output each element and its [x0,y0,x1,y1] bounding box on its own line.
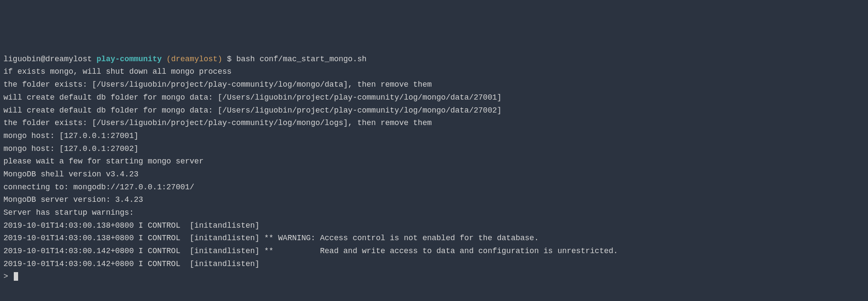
output-line: please wait a few for starting mongo ser… [3,157,203,166]
output-line: mongo host: [127.0.0.1:27001] [3,132,138,140]
output-line: 2019-10-01T14:03:00.142+0800 I CONTROL [… [3,247,618,255]
cursor-icon[interactable] [14,272,18,281]
output-line: will create default db folder for mongo … [3,93,502,102]
terminal-window[interactable]: liguobin@dreamylost play-community (drea… [3,53,865,283]
output-line: connecting to: mongodb://127.0.0.1:27001… [3,183,194,191]
output-line: 2019-10-01T14:03:00.142+0800 I CONTROL [… [3,260,264,268]
output-line: if exists mongo, will shut down all mong… [3,67,231,76]
output-line: will create default db folder for mongo … [3,106,502,115]
prompt-command: bash conf/mac_start_mongo.sh [236,55,366,63]
mongo-prompt: > [3,272,13,281]
prompt-branch: (dreamylost) [162,55,222,63]
output-line: 2019-10-01T14:03:00.138+0800 I CONTROL [… [3,234,539,242]
output-line: mongo host: [127.0.0.1:27002] [3,144,138,153]
output-line: the folder exists: [/Users/liguobin/proj… [3,80,432,89]
output-line: Server has startup warnings: [3,208,138,217]
prompt-dollar: $ [222,55,236,63]
output-line: 2019-10-01T14:03:00.138+0800 I CONTROL [… [3,221,264,230]
prompt-directory: play-community [97,55,162,63]
output-line: MongoDB server version: 3.4.23 [3,195,143,204]
output-line: the folder exists: [/Users/liguobin/proj… [3,119,432,127]
output-line: MongoDB shell version v3.4.23 [3,170,138,179]
prompt-user-host: liguobin@dreamylost [3,55,97,63]
prompt-line: liguobin@dreamylost play-community (drea… [3,55,367,63]
